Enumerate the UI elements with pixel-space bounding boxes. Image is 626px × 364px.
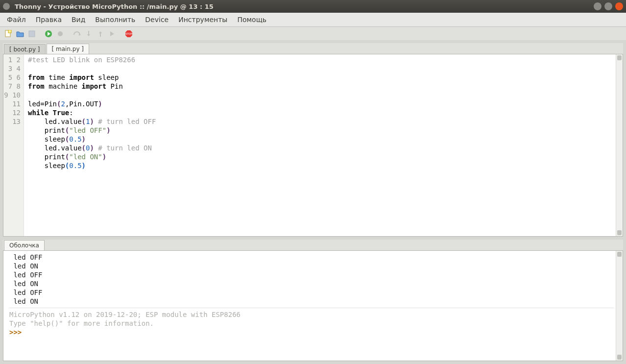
shell-tabs: Оболочка — [3, 240, 623, 250]
code-area[interactable]: #test LED blink on ESP8266 from time imp… — [24, 54, 616, 236]
window-titlebar: Thonny - Устройство MicroPython :: /main… — [0, 0, 626, 13]
scroll-down-icon — [617, 355, 622, 360]
tab-shell[interactable]: Оболочка — [4, 240, 45, 251]
stop-icon: STOP — [125, 30, 133, 38]
menu-device[interactable]: Device — [140, 14, 173, 25]
menu-run[interactable]: Выполнить — [90, 14, 140, 25]
line-gutter: 1 2 3 4 5 6 7 8 9 10 11 12 13 — [3, 54, 24, 236]
step-over-icon — [73, 30, 81, 38]
svg-marker-8 — [99, 31, 102, 33]
window-title: Thonny - Устройство MicroPython :: /main… — [15, 3, 214, 10]
new-file-icon — [4, 30, 12, 38]
menu-edit[interactable]: Правка — [31, 14, 67, 25]
shell-output[interactable]: led OFF led ON led OFF led ON led OFF le… — [3, 251, 616, 361]
step-into-button[interactable] — [83, 28, 94, 39]
editor-panel: [ boot.py ] [ main.py ] 1 2 3 4 5 6 7 8 … — [3, 43, 623, 237]
menu-help[interactable]: Помощь — [232, 14, 271, 25]
save-icon — [28, 30, 36, 38]
menubar: Файл Правка Вид Выполнить Device Инструм… — [0, 13, 626, 27]
step-into-icon — [85, 30, 93, 38]
svg-point-5 — [58, 31, 63, 36]
svg-marker-7 — [87, 34, 90, 36]
scroll-up-icon — [617, 252, 622, 257]
shell-scrollbar[interactable] — [616, 251, 623, 361]
shell-panel: Оболочка led OFF led ON led OFF led ON l… — [3, 240, 623, 361]
resume-button[interactable] — [107, 28, 118, 39]
menu-tools[interactable]: Инструменты — [173, 14, 232, 25]
scroll-up-icon — [617, 55, 622, 60]
file-tabs: [ boot.py ] [ main.py ] — [3, 43, 623, 54]
tab-boot[interactable]: [ boot.py ] — [4, 44, 46, 54]
close-button[interactable] — [615, 2, 623, 10]
toolbar: STOP — [0, 27, 626, 40]
debug-button[interactable] — [55, 28, 66, 39]
menu-view[interactable]: Вид — [67, 14, 90, 25]
bug-icon — [56, 30, 64, 38]
svg-rect-1 — [8, 30, 11, 33]
menu-file[interactable]: Файл — [2, 14, 31, 25]
run-button[interactable] — [43, 28, 54, 39]
editor-scrollbar[interactable] — [616, 54, 623, 236]
shell-area[interactable]: led OFF led ON led OFF led ON led OFF le… — [3, 250, 623, 361]
save-file-button[interactable] — [26, 28, 37, 39]
step-over-button[interactable] — [72, 28, 82, 39]
minimize-button[interactable] — [594, 2, 602, 10]
svg-marker-9 — [110, 31, 114, 36]
resume-icon — [108, 30, 116, 38]
scroll-down-icon — [617, 230, 622, 235]
step-out-button[interactable] — [95, 28, 106, 39]
svg-rect-2 — [29, 31, 35, 37]
open-file-button[interactable] — [15, 28, 25, 39]
editor-area[interactable]: 1 2 3 4 5 6 7 8 9 10 11 12 13 #test LED … — [3, 54, 623, 237]
step-out-icon — [96, 30, 104, 38]
svg-text:STOP: STOP — [125, 32, 132, 35]
maximize-button[interactable] — [604, 2, 612, 10]
new-file-button[interactable] — [3, 28, 14, 39]
open-file-icon — [16, 30, 24, 38]
tab-main[interactable]: [ main.py ] — [47, 44, 90, 54]
app-icon — [3, 3, 10, 10]
stop-button[interactable]: STOP — [123, 28, 134, 39]
run-icon — [45, 30, 52, 38]
